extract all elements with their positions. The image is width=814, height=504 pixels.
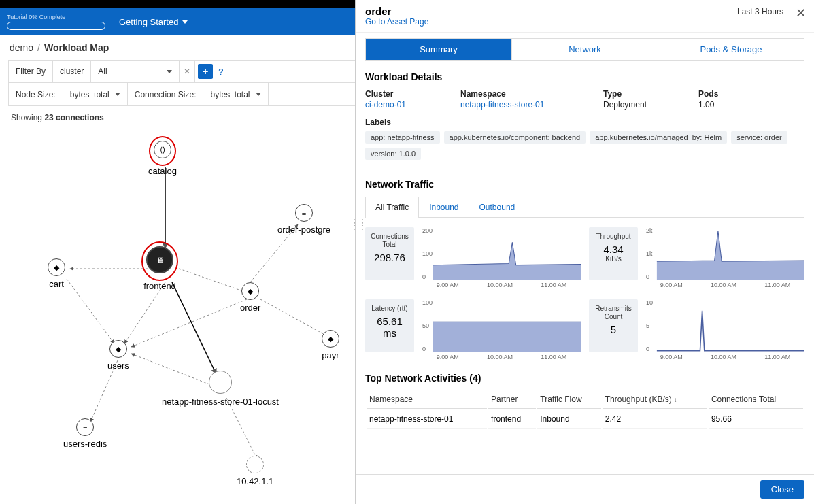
database-icon: ≡ [76,418,94,436]
label-chip: service: order [731,131,787,144]
getting-started-menu[interactable]: Getting Started [119,17,188,27]
node-users[interactable]: ◆ users [107,340,129,371]
tab-summary[interactable]: Summary [366,39,512,60]
chevron-down-icon [256,93,261,96]
metric-value: 65.61 ms [369,316,410,339]
node-size-value: bytes_total [70,90,109,99]
traffic-subtabs: All Traffic Inbound Outbound [365,197,804,218]
cluster-label: Cluster [365,89,440,99]
node-cart[interactable]: ◆ cart [48,258,65,289]
database-icon: ≡ [295,204,313,222]
connection-count: 23 connections [44,113,103,122]
col-partner[interactable]: Partner [488,390,536,409]
subtab-outbound[interactable]: Outbound [469,197,526,218]
svg-line-4 [124,282,165,343]
node-label: payr [322,350,339,360]
node-label: cart [48,279,65,289]
node-payr[interactable]: ◆ payr [322,330,339,360]
filter-value-dropdown[interactable]: All [91,61,180,82]
clear-filter-button[interactable]: ✕ [180,61,195,82]
breadcrumb-root[interactable]: demo [10,42,33,53]
labels-chips: app: netapp-fitnessapp.kubernetes.io/com… [365,131,804,164]
table-row[interactable]: netapp-fitness-store-01frontendInbound2.… [367,410,803,429]
labels-section: Labels app: netapp-fitnessapp.kubernetes… [365,118,804,164]
service-icon: ◆ [109,340,127,358]
node-order-postgres[interactable]: ≡ order-postgre [277,204,330,235]
chart-latency[interactable]: 100500 9:00 AM10:00 AM11:00 AM [422,299,581,352]
tab-network[interactable]: Network [512,39,658,60]
network-activities-title: Top Network Activities (4) [365,373,804,384]
node-label: order-postgre [277,224,330,235]
getting-started-label: Getting Started [119,17,178,27]
chart-connections[interactable]: 2001000 9:00 AM10:00 AM11:00 AM [422,227,581,280]
col-connections[interactable]: Connections Total [709,390,803,409]
node-catalog[interactable]: ⟨⟩ catalog [148,136,177,176]
svg-line-2 [179,269,247,292]
node-label: users [107,360,129,371]
svg-line-7 [260,299,328,337]
add-filter-button[interactable]: + [198,64,213,79]
namespace-value[interactable]: netapp-fitness-store-01 [460,100,583,110]
metric-value: 4.34 [593,243,634,255]
metric-unit: KiB/s [593,255,634,263]
node-frontend[interactable]: 🖥 frontend [141,241,178,291]
conn-size-label: Connection Size: [128,83,204,105]
node-ip[interactable]: 10.42.1.1 [237,456,273,486]
node-size-label: Node Size: [9,83,63,105]
chevron-down-icon [182,20,188,24]
svg-line-5 [67,279,114,343]
close-icon[interactable]: ✕ [796,5,806,20]
workload-details-title: Workload Details [365,71,804,82]
workload-graph[interactable]: ⟨⟩ catalog 🖥 frontend ◆ cart ◆ order ≡ o… [5,129,345,490]
node-label: 10.42.1.1 [237,476,273,486]
breadcrumb-sep: / [37,42,40,53]
namespace-label: Namespace [460,89,583,99]
col-throughput[interactable]: Throughput (KB/s) ↓ [603,390,707,409]
hollow-icon [209,371,232,394]
chart-retransmits[interactable]: 1050 9:00 AM10:00 AM11:00 AM [646,299,804,352]
graph-edges [5,129,345,490]
network-traffic-title: Network Traffic [365,179,804,190]
breadcrumb-current: Workload Map [44,42,109,53]
label-chip: app.kubernetes.io/component: backend [444,131,586,144]
asset-page-link[interactable]: Go to Asset Page [365,17,787,27]
panel-header: order Go to Asset Page Last 3 Hours ✕ [356,0,814,33]
panel-tabs: Summary Network Pods & Storage [365,38,804,61]
filter-by-label: Filter By [9,61,53,82]
node-label: catalog [148,166,177,176]
service-icon: ◆ [48,258,65,276]
monitor-icon: 🖥 [146,246,173,273]
time-range[interactable]: Last 3 Hours [737,7,783,16]
node-size-dropdown[interactable]: bytes_total [63,83,128,105]
metric-latency: Latency (rtt) 65.61 ms [365,299,414,352]
metric-value: 298.76 [369,252,410,263]
tutorial-progress: Tutorial 0% Complete [7,14,105,30]
node-label: netapp-fitness-store-01-locust [162,397,279,407]
close-button[interactable]: Close [760,480,804,499]
resize-handle[interactable]: ⋮⋮⋮⋮ [350,221,367,228]
code-icon: ⟨⟩ [154,141,171,158]
subtab-all-traffic[interactable]: All Traffic [365,197,419,218]
filter-field[interactable]: cluster [53,61,91,82]
tutorial-progress-bar[interactable] [7,22,105,30]
conn-size-dropdown[interactable]: bytes_total [203,83,268,105]
label-chip: version: 1.0.0 [365,148,421,160]
node-order[interactable]: ◆ order [240,282,260,313]
metric-value: 5 [593,324,634,335]
label-chip: app: netapp-fitness [365,131,440,144]
metric-label: Connections Total [369,233,410,249]
col-traffic-flow[interactable]: Traffic Flow [537,390,600,409]
node-locust[interactable]: netapp-fitness-store-01-locust [162,371,279,407]
conn-size-value: bytes_total [210,90,250,99]
subtab-inbound[interactable]: Inbound [419,197,469,218]
svg-line-8 [172,282,216,374]
service-icon: ◆ [322,330,339,348]
tab-pods-storage[interactable]: Pods & Storage [658,39,804,60]
cluster-value[interactable]: ci-demo-01 [365,100,440,110]
chart-throughput[interactable]: 2k1k0 9:00 AM10:00 AM11:00 AM [646,227,804,280]
node-users-redis[interactable]: ≡ users-redis [63,418,107,449]
panel-title: order [365,5,787,17]
col-namespace[interactable]: Namespace [367,390,487,409]
sort-desc-icon: ↓ [674,396,677,403]
help-icon[interactable]: ? [218,67,223,77]
